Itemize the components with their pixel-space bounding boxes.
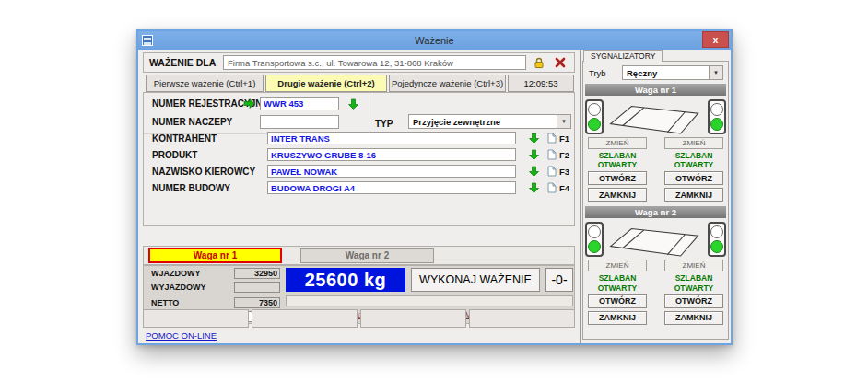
change-light-right-button[interactable]: ZMIEŃ [664, 137, 723, 149]
open-barrier-right-button[interactable]: OTWÓRZ [664, 294, 723, 308]
fkey-label: F4 [559, 183, 569, 193]
mode-value: Ręczny [623, 68, 709, 78]
weighing-mode-tabs: Pierwsze ważenie (Ctrl+1) Drugie ważenie… [146, 75, 575, 92]
chevron-down-icon[interactable]: ▼ [709, 66, 722, 79]
window-title: Ważenie [138, 35, 731, 46]
document-icon[interactable] [547, 133, 557, 144]
tab-first-weighing[interactable]: Pierwsze ważenie (Ctrl+1) [146, 75, 264, 92]
traffic-light-left [585, 99, 604, 134]
traffic-light-right [708, 99, 726, 134]
scale-2-header: Waga nr 2 [585, 206, 726, 218]
open-barrier-right-button[interactable]: OTWÓRZ [664, 171, 723, 185]
signals-body: Tryb Ręczny ▼ Waga nr 1 [582, 61, 729, 340]
mode-row: Tryb Ręczny ▼ [583, 62, 728, 83]
trailer-number-label: NUMER NACZEPY [144, 117, 243, 127]
scale-2-lights [583, 220, 728, 259]
status-box [252, 309, 358, 328]
change-light-left-button[interactable]: ZMIEŃ [588, 260, 647, 271]
document-icon[interactable] [547, 166, 557, 177]
change-light-left-button[interactable]: ZMIEŃ [588, 137, 647, 149]
close-button[interactable]: x [702, 31, 729, 48]
site-number-input[interactable] [267, 181, 516, 194]
driver-name-label: NAZWISKO KIEROWCY [144, 167, 267, 177]
barrier-status-left: SZLABANOTWARTY [588, 151, 647, 169]
vehicle-fields-group: NUMER REJESTRACYJNY NUMER NACZEPY TYP [143, 92, 575, 226]
red-light-off-icon [588, 103, 601, 116]
status-box [143, 309, 249, 328]
change-light-right-button[interactable]: ZMIEŃ [664, 260, 723, 271]
tab-scale-1[interactable]: Waga nr 1 [148, 248, 282, 263]
close-barrier-left-button[interactable]: ZAMKNIJ [588, 188, 647, 202]
open-barrier-left-button[interactable]: OTWÓRZ [588, 294, 647, 308]
tab-single-weighing[interactable]: Pojedyncze ważenie (Ctrl+3) [389, 75, 506, 92]
status-box [360, 309, 466, 328]
weighbridge-icon [606, 222, 706, 257]
lock-icon[interactable] [531, 55, 547, 70]
tab-second-weighing[interactable]: Drugie ważenie (Ctrl+2) [265, 75, 387, 92]
tab-signals[interactable]: SYGNALIZATORY [583, 50, 663, 62]
green-light-on-icon [710, 118, 723, 131]
driver-name-input[interactable] [267, 165, 516, 178]
type-value: Przyjęcie zewnętrzne [409, 117, 557, 127]
clear-icon[interactable] [552, 55, 569, 70]
entry-weight-value [234, 268, 280, 279]
arrow-down-icon[interactable] [348, 98, 358, 110]
mode-dropdown[interactable]: Ręczny ▼ [622, 65, 723, 80]
document-icon[interactable] [547, 149, 557, 160]
online-help-link[interactable]: POMOC ON-LINE [146, 330, 217, 341]
close-barrier-right-button[interactable]: ZAMKNIJ [664, 311, 723, 325]
type-dropdown[interactable]: Przyjęcie zewnętrzne ▼ [408, 114, 571, 129]
green-light-on-icon [588, 240, 601, 253]
clock: 12:09:53 [508, 75, 574, 92]
green-light-on-icon [588, 118, 601, 131]
arrow-down-icon[interactable] [529, 149, 539, 160]
red-light-off-icon [588, 225, 601, 238]
main-panel: WAŻENIE DLA Pierwsze ważenie (Ctrl+1) Dr… [138, 50, 580, 343]
contractor-input[interactable] [267, 132, 516, 144]
green-light-on-icon [710, 240, 723, 253]
weighing-window: Ważenie x WAŻENIE DLA [136, 29, 733, 345]
fkey-label: F2 [559, 150, 569, 160]
perform-weighing-button[interactable]: WYKONAJ WAŻENIE [411, 268, 540, 292]
close-barrier-left-button[interactable]: ZAMKNIJ [588, 311, 647, 325]
arrow-down-icon[interactable] [529, 182, 539, 193]
scale-tabs: Waga nr 1 Waga nr 2 [143, 246, 575, 265]
exit-weight-value [234, 282, 280, 293]
entry-weight-label: WJAZDOWY [151, 269, 234, 278]
scale-1-lights [583, 98, 728, 136]
message-bar [286, 295, 573, 306]
arrow-down-icon[interactable] [529, 166, 539, 177]
trailer-number-input[interactable] [260, 115, 339, 129]
barrier-status-left: SZLABANOTWARTY [588, 273, 647, 292]
fkey-label: F3 [559, 167, 569, 177]
chevron-down-icon[interactable]: ▼ [557, 115, 570, 128]
registration-number-input[interactable] [260, 97, 339, 110]
type-column: TYP Przyjęcie zewnętrzne ▼ [369, 93, 575, 133]
net-weight-label: NETTO [151, 298, 234, 307]
weighing-for-group: WAŻENIE DLA [143, 52, 575, 73]
weighing-for-input[interactable] [223, 55, 526, 70]
open-barrier-left-button[interactable]: OTWÓRZ [588, 171, 647, 185]
traffic-light-left [585, 222, 604, 257]
type-label: TYP [375, 119, 408, 129]
scale-2-block: Waga nr 2 [583, 206, 728, 327]
weight-display: 25600 kg [286, 268, 405, 292]
barrier-status-right: SZLABANOTWARTY [664, 273, 723, 292]
fkey-label: F1 [559, 133, 569, 144]
tab-scale-2[interactable]: Waga nr 2 [300, 248, 434, 263]
desktop: Ważenie x WAŻENIE DLA [0, 0, 868, 381]
close-barrier-right-button[interactable]: ZAMKNIJ [664, 188, 723, 202]
exit-weight-label: WYJAZDOWY [151, 283, 234, 292]
document-icon[interactable] [547, 182, 557, 193]
status-boxes [143, 309, 575, 328]
mode-label: Tryb [589, 68, 622, 78]
status-box [469, 309, 575, 328]
product-input[interactable] [267, 148, 516, 161]
arrow-down-icon[interactable] [529, 133, 539, 144]
site-number-label: NUMER BUDOWY [144, 183, 267, 193]
weighing-for-label: WAŻENIE DLA [149, 57, 223, 68]
zero-button[interactable]: -0- [545, 268, 573, 292]
titlebar: Ważenie x [138, 31, 731, 50]
signals-panel: SYGNALIZATORY Tryb Ręczny ▼ Waga nr 1 [580, 50, 731, 343]
product-label: PRODUKT [144, 150, 267, 160]
